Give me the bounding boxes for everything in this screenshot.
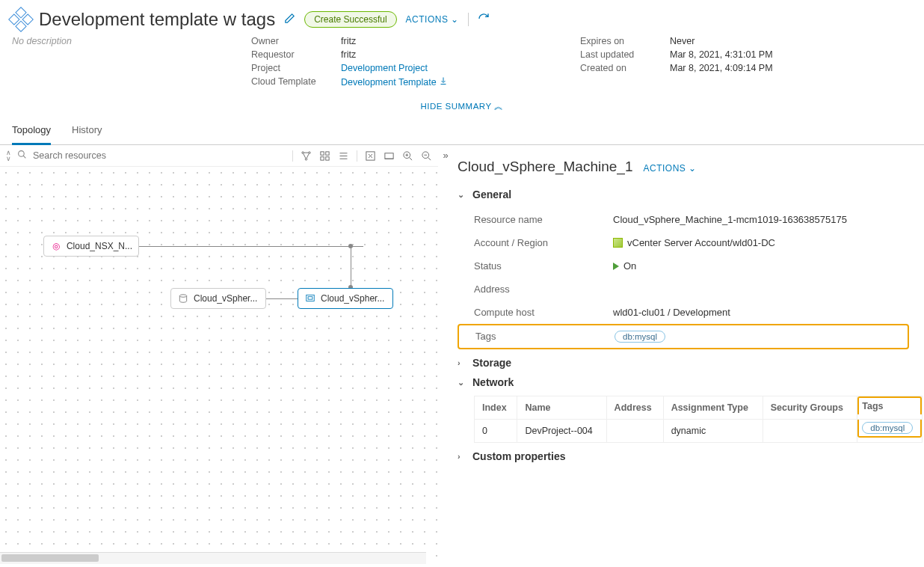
account-label: Account / Region bbox=[474, 237, 613, 248]
fit-screen-icon[interactable] bbox=[365, 150, 376, 162]
panel-splitter[interactable]: » bbox=[438, 145, 453, 564]
search-icon bbox=[17, 150, 27, 162]
scrollbar-horizontal[interactable] bbox=[0, 552, 426, 564]
node-label: Cloud_vSpher... bbox=[321, 293, 384, 304]
node-disk[interactable]: Cloud_vSpher... bbox=[170, 288, 266, 309]
details-actions-menu[interactable]: ACTIONS⌄ bbox=[644, 163, 697, 174]
requestor-label: Requestor bbox=[251, 49, 341, 60]
actions-menu[interactable]: ACTIONS⌄ bbox=[406, 14, 459, 25]
chevron-down-icon: ⌄ bbox=[458, 190, 465, 200]
zoom-out-icon[interactable] bbox=[421, 150, 432, 162]
col-name: Name bbox=[517, 396, 606, 420]
status-badge: Create Successful bbox=[304, 11, 396, 28]
cell-security bbox=[763, 420, 857, 443]
hide-summary-toggle[interactable]: HIDE SUMMARY ︽ bbox=[0, 96, 924, 117]
col-assignment: Assignment Type bbox=[663, 396, 763, 420]
power-on-icon bbox=[613, 263, 619, 270]
template-link[interactable]: Development Template bbox=[341, 77, 437, 88]
host-label: Compute host bbox=[474, 307, 613, 318]
node-label: Cloud_vSpher... bbox=[194, 293, 257, 304]
expires-value: Never bbox=[670, 36, 694, 46]
node-label: Cloud_NSX_N... bbox=[67, 241, 132, 251]
tag-pill[interactable]: db:mysql bbox=[615, 331, 665, 343]
edit-icon[interactable] bbox=[284, 13, 295, 26]
section-storage[interactable]: ›Storage bbox=[458, 357, 909, 369]
node-nsx[interactable]: ◎ Cloud_NSX_N... bbox=[43, 236, 139, 257]
owner-value: fritz bbox=[341, 36, 356, 46]
search-input[interactable] bbox=[33, 150, 145, 161]
chevron-down-icon: ⌄ bbox=[689, 163, 697, 174]
network-icon: ◎ bbox=[50, 240, 62, 252]
page-title: Development template w tags bbox=[39, 9, 275, 30]
svg-rect-7 bbox=[326, 156, 329, 159]
table-row[interactable]: 0 DevProject--004 dynamic db:mysql bbox=[475, 420, 923, 443]
svg-rect-6 bbox=[321, 156, 324, 159]
cell-address bbox=[606, 420, 663, 443]
svg-rect-5 bbox=[326, 151, 329, 154]
tab-topology[interactable]: Topology bbox=[12, 117, 51, 145]
svg-point-3 bbox=[305, 158, 307, 160]
svg-rect-9 bbox=[385, 153, 393, 159]
resource-name-label: Resource name bbox=[474, 214, 613, 225]
layout-graph-icon[interactable] bbox=[301, 150, 312, 162]
svg-point-0 bbox=[19, 151, 25, 157]
chevron-right-icon: › bbox=[458, 358, 465, 367]
resource-name-value: Cloud_vSphere_Machine_1-mcm1019-16363857… bbox=[613, 214, 847, 225]
cell-assignment: dynamic bbox=[663, 420, 763, 443]
status-label: Status bbox=[474, 260, 613, 272]
tab-history[interactable]: History bbox=[72, 117, 102, 144]
canvas-toolbar bbox=[292, 150, 432, 162]
host-value: wld01-clu01 / Development bbox=[613, 307, 730, 318]
connector bbox=[266, 298, 298, 299]
col-security: Security Groups bbox=[763, 396, 857, 420]
actual-size-icon[interactable] bbox=[384, 150, 395, 162]
project-label: Project bbox=[251, 63, 341, 73]
description-text: No description bbox=[12, 36, 72, 46]
cell-tags: db:mysql bbox=[857, 420, 923, 443]
section-custom-properties[interactable]: ›Custom properties bbox=[458, 450, 909, 462]
download-icon[interactable] bbox=[439, 76, 448, 88]
svg-rect-14 bbox=[308, 297, 312, 300]
account-value: vCenter Server Account/wld01-DC bbox=[613, 237, 775, 248]
connector bbox=[139, 246, 363, 247]
vm-icon bbox=[304, 292, 316, 304]
created-value: Mar 8, 2021, 4:09:14 PM bbox=[670, 63, 773, 73]
svg-rect-13 bbox=[307, 295, 315, 301]
status-value: On bbox=[613, 260, 636, 272]
refresh-icon[interactable] bbox=[478, 13, 490, 27]
network-table: Index Name Address Assignment Type Secur… bbox=[474, 396, 923, 443]
tag-pill[interactable]: db:mysql bbox=[862, 422, 913, 434]
updated-value: Mar 8, 2021, 4:31:01 PM bbox=[670, 49, 773, 60]
nav-up-down[interactable]: ∧∨ bbox=[6, 150, 11, 162]
section-general[interactable]: ⌄General bbox=[458, 189, 909, 200]
created-label: Created on bbox=[580, 63, 670, 73]
template-label: Cloud Template bbox=[251, 76, 341, 88]
topology-canvas[interactable]: ◎ Cloud_NSX_N... Cloud_vSpher... Cloud_v… bbox=[0, 167, 438, 564]
zoom-in-icon[interactable] bbox=[402, 150, 413, 162]
updated-label: Last updated bbox=[580, 49, 670, 60]
tags-label: Tags bbox=[475, 331, 615, 343]
details-title: Cloud_vSphere_Machine_1 bbox=[458, 159, 633, 175]
chevron-down-icon: ⌄ bbox=[451, 14, 459, 25]
col-index: Index bbox=[475, 396, 517, 420]
layout-grid-icon[interactable] bbox=[319, 150, 330, 162]
expires-label: Expires on bbox=[580, 36, 670, 46]
connector bbox=[351, 246, 351, 288]
section-network[interactable]: ⌄Network bbox=[458, 376, 909, 388]
app-logo bbox=[8, 7, 34, 32]
node-vm[interactable]: Cloud_vSpher... bbox=[298, 288, 393, 309]
vcenter-icon bbox=[613, 238, 623, 248]
svg-point-12 bbox=[179, 295, 186, 298]
svg-point-1 bbox=[302, 151, 304, 153]
owner-label: Owner bbox=[251, 36, 341, 46]
svg-rect-4 bbox=[321, 151, 324, 154]
project-link[interactable]: Development Project bbox=[341, 63, 428, 73]
layout-list-icon[interactable] bbox=[338, 150, 349, 162]
address-label: Address bbox=[474, 284, 613, 295]
requestor-value: fritz bbox=[341, 49, 356, 60]
col-tags: Tags bbox=[857, 396, 923, 420]
chevron-up-icon: ︽ bbox=[494, 102, 504, 111]
chevron-down-icon: ⌄ bbox=[458, 378, 465, 387]
cell-name: DevProject--004 bbox=[517, 420, 606, 443]
col-address: Address bbox=[606, 396, 663, 420]
